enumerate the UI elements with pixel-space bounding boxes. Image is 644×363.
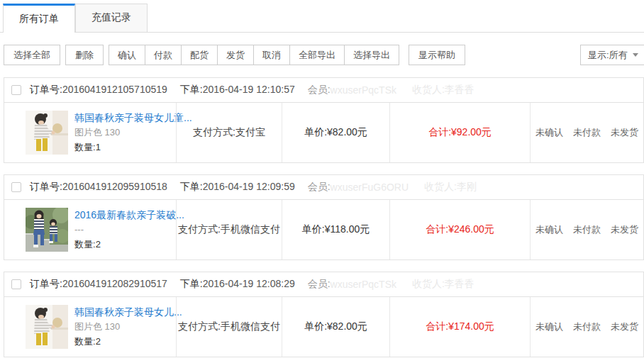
order-body: 2016最新春款亲子装破... --- 数量:2 支付方式:手机微信支付 单价:…	[4, 200, 643, 259]
consignee-value: 收货人:李刚	[424, 181, 477, 194]
product-variant: 图片色 130	[74, 321, 120, 332]
product-name-link[interactable]: 韩国春秋亲子装母女儿...	[74, 305, 182, 319]
product-image[interactable]	[26, 305, 68, 349]
order-number: 订单号:2016041912095910518	[30, 181, 167, 194]
payment-method-cell: 支付方式:手机微信支付	[176, 200, 282, 259]
order-header: 订单号:2016041912082910517 下单:2016-04-19 12…	[4, 272, 643, 297]
product-info: 韩国春秋亲子装母女儿童... 图片色 130 数量:1	[74, 111, 192, 155]
show-help-button[interactable]: 显示帮助	[409, 45, 465, 65]
unit-price-cell: 单价:¥82.00元	[282, 297, 389, 357]
order-actions-group: 确认 付款 配货 发货 取消 全部导出 选择导出	[109, 45, 399, 65]
order-checkbox[interactable]	[11, 85, 21, 95]
product-info: 2016最新春款亲子装破... --- 数量:2	[74, 208, 184, 252]
order-number: 订单号:2016041912105710519	[30, 84, 167, 96]
product-cell: 2016最新春款亲子装破... --- 数量:2	[4, 200, 176, 259]
member-value: wxuserPqcTSk	[331, 279, 396, 290]
status-unshipped: 未发货	[611, 223, 638, 236]
order-row: 订单号:2016041912105710519 下单:2016-04-19 12…	[4, 77, 644, 163]
ship-button[interactable]: 发货	[218, 45, 254, 65]
consignee-value: 收货人:李香香	[412, 278, 474, 291]
select-all-button[interactable]: 选择全部	[4, 45, 60, 65]
order-header: 订单号:2016041912105710519 下单:2016-04-19 12…	[4, 78, 643, 103]
product-cell: 韩国春秋亲子装母女儿童... 图片色 130 数量:1	[4, 103, 176, 162]
order-total-cell: 合计:¥174.00元	[389, 297, 530, 357]
pay-button[interactable]: 付款	[145, 45, 182, 65]
order-header: 订单号:2016041912095910518 下单:2016-04-19 12…	[4, 175, 643, 200]
export-selected-button[interactable]: 选择导出	[345, 45, 399, 65]
order-row: 订单号:2016041912095910518 下单:2016-04-19 12…	[4, 174, 644, 260]
order-checkbox[interactable]	[11, 279, 21, 289]
status-unpaid: 未付款	[573, 126, 601, 139]
order-number: 订单号:2016041912082910517	[30, 278, 167, 291]
status-unconfirmed: 未确认	[535, 223, 563, 236]
display-filter-dropdown[interactable]: 显示:所有	[580, 45, 644, 65]
payment-method-cell: 支付方式:支付宝	[176, 103, 282, 162]
order-row: 订单号:2016041912082910517 下单:2016-04-19 12…	[4, 272, 644, 357]
order-placed-time: 下单:2016-04-19 12:09:59	[180, 181, 295, 194]
tab-bar: 所有订单 充值记录	[0, 0, 644, 33]
orders-list: 订单号:2016041912105710519 下单:2016-04-19 12…	[0, 77, 644, 357]
product-variant: 图片色 130	[74, 127, 120, 138]
status-unconfirmed: 未确认	[535, 126, 563, 139]
tab-all-orders[interactable]: 所有订单	[3, 4, 75, 33]
order-status-cell: 未确认 未付款 未发货	[530, 297, 643, 357]
order-checkbox[interactable]	[11, 182, 21, 192]
status-unpaid: 未付款	[573, 320, 601, 333]
member-value: wxuserFuG6ORU	[331, 182, 409, 193]
product-cell: 韩国春秋亲子装母女儿... 图片色 130 数量:2	[4, 297, 176, 357]
order-total-cell: 合计:¥246.00元	[389, 200, 530, 259]
product-variant: ---	[74, 224, 84, 235]
product-image[interactable]	[26, 111, 68, 155]
confirm-button[interactable]: 确认	[109, 45, 145, 65]
product-quantity: 数量:1	[74, 142, 101, 152]
member-label: 会员:	[308, 84, 331, 96]
member-label: 会员:	[308, 278, 331, 291]
chevron-down-icon	[633, 53, 638, 57]
delete-button[interactable]: 删除	[65, 45, 104, 65]
product-image[interactable]	[26, 208, 68, 252]
product-quantity: 数量:2	[74, 239, 101, 250]
tab-recharge-records[interactable]: 充值记录	[75, 4, 148, 32]
payment-method-cell: 支付方式:手机微信支付	[176, 297, 282, 357]
member-value: wxuserPqcTSk	[331, 84, 396, 96]
order-status-cell: 未确认 未付款 未发货	[530, 200, 643, 259]
display-filter-label: 显示:所有	[588, 49, 628, 62]
product-quantity: 数量:2	[74, 336, 101, 347]
order-status-cell: 未确认 未付款 未发货	[530, 103, 643, 162]
order-placed-time: 下单:2016-04-19 12:10:57	[180, 84, 295, 96]
unit-price-cell: 单价:¥82.00元	[282, 103, 389, 162]
order-body: 韩国春秋亲子装母女儿... 图片色 130 数量:2 支付方式:手机微信支付 单…	[4, 297, 643, 357]
unit-price-cell: 单价:¥118.00元	[282, 200, 389, 259]
order-body: 韩国春秋亲子装母女儿童... 图片色 130 数量:1 支付方式:支付宝 单价:…	[4, 103, 643, 162]
order-total-cell: 合计:¥92.00元	[389, 103, 530, 162]
product-info: 韩国春秋亲子装母女儿... 图片色 130 数量:2	[74, 305, 182, 349]
status-unshipped: 未发货	[611, 320, 638, 333]
status-unshipped: 未发货	[611, 126, 638, 139]
order-toolbar: 选择全部 删除 确认 付款 配货 发货 取消 全部导出 选择导出 显示帮助 显示…	[0, 45, 644, 65]
consignee-value: 收货人:李香香	[412, 84, 474, 96]
product-name-link[interactable]: 韩国春秋亲子装母女儿童...	[74, 111, 192, 125]
cancel-button[interactable]: 取消	[254, 45, 290, 65]
status-unpaid: 未付款	[573, 223, 601, 236]
allocate-button[interactable]: 配货	[182, 45, 218, 65]
member-label: 会员:	[308, 181, 331, 194]
order-placed-time: 下单:2016-04-19 12:08:29	[180, 278, 295, 291]
export-all-button[interactable]: 全部导出	[290, 45, 345, 65]
status-unconfirmed: 未确认	[535, 320, 563, 333]
product-name-link[interactable]: 2016最新春款亲子装破...	[74, 208, 184, 222]
